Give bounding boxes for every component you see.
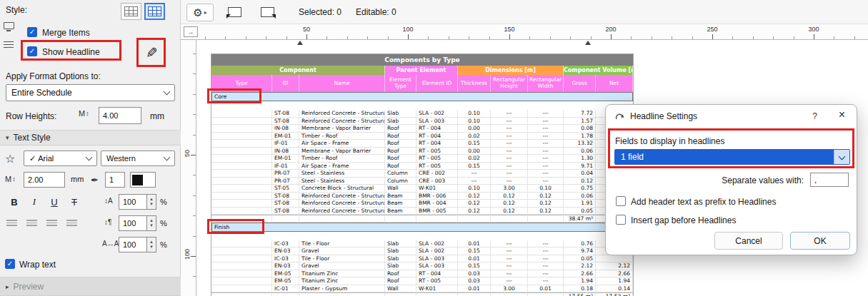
- schedule-cell[interactable]: Column: [385, 170, 416, 178]
- schedule-cell[interactable]: ---: [491, 163, 528, 170]
- schedule-cell[interactable]: CRE - 003: [416, 178, 458, 185]
- script-select[interactable]: Western: [101, 150, 175, 166]
- schedule-cell[interactable]: [211, 208, 272, 215]
- schedule-cell[interactable]: 9.71: [564, 163, 596, 170]
- schedule-cell[interactable]: Membrane - Vapor Barrier: [299, 125, 385, 133]
- schedule-cell[interactable]: 0.15: [458, 163, 491, 170]
- schedule-cell[interactable]: [211, 140, 272, 148]
- align-right-icon[interactable]: [46, 220, 57, 228]
- schedule-cell[interactable]: [211, 133, 272, 141]
- schedule-cell[interactable]: 0.10: [528, 185, 564, 193]
- ruler-vertical[interactable]: 50100: [181, 40, 196, 296]
- pen-color-swatch[interactable]: [130, 172, 156, 188]
- schedule-cell[interactable]: ---: [491, 277, 528, 285]
- schedule-cell[interactable]: Reinforced Concrete - Structural: [299, 208, 385, 215]
- schedule-cell[interactable]: ---: [491, 170, 528, 178]
- pen-number-input[interactable]: 1: [105, 172, 125, 188]
- schedule-cell[interactable]: IF-01: [272, 163, 299, 170]
- schedule-cell[interactable]: 0.04: [564, 170, 596, 178]
- headline-settings-button[interactable]: ✎: [141, 42, 162, 63]
- schedule-cell[interactable]: 0.12: [528, 208, 564, 215]
- schedule-cell[interactable]: 0.12: [491, 200, 528, 208]
- schedule-cell[interactable]: ---: [491, 125, 528, 133]
- schedule-cell[interactable]: BMR - 006: [416, 193, 458, 200]
- schedule-cell[interactable]: Titanium Zinc: [299, 277, 385, 285]
- schedule-cell[interactable]: Titanium Zinc: [299, 270, 385, 278]
- schedule-cell[interactable]: Reinforced Concrete - Structural: [299, 118, 385, 126]
- schedule-cell[interactable]: [211, 193, 272, 200]
- schedule-cell[interactable]: 0.10: [458, 185, 491, 193]
- schedule-cell[interactable]: Slab: [385, 110, 416, 118]
- schedule-cell[interactable]: Reinforced Concrete - Structural: [299, 200, 385, 208]
- schedule-cell[interactable]: [211, 163, 272, 170]
- schedule-cell[interactable]: 0.06: [564, 148, 596, 155]
- schedule-cell[interactable]: ---: [528, 140, 564, 148]
- schedule-cell[interactable]: 0.12: [458, 208, 491, 215]
- schedule-cell[interactable]: SLA - 003: [416, 118, 458, 126]
- schedule-cell[interactable]: Column: [385, 178, 416, 185]
- schedule-cell[interactable]: SLA - 003: [416, 262, 458, 270]
- schedule-cell[interactable]: 0.76: [564, 240, 596, 248]
- schedule-cell[interactable]: Timber - Roof: [299, 155, 385, 163]
- schedule-cell[interactable]: EN-03: [272, 262, 299, 270]
- schedule-cell[interactable]: 0.12: [528, 200, 564, 208]
- schedule-cell[interactable]: ---: [491, 110, 528, 118]
- schedule-cell[interactable]: 2.66: [596, 270, 633, 278]
- column-header[interactable]: Name: [299, 75, 385, 92]
- schedule-cell[interactable]: 0.01: [458, 285, 491, 293]
- fields-list-icon[interactable]: [2, 39, 15, 51]
- schedule-cell[interactable]: ---: [491, 133, 528, 141]
- schedule-cell[interactable]: ---: [528, 125, 564, 133]
- schedule-cell[interactable]: 0.00: [458, 125, 491, 133]
- schedule-cell[interactable]: IN-08: [272, 125, 299, 133]
- text-style-section-header[interactable]: ▾ Text Style: [0, 130, 181, 146]
- schedule-cell[interactable]: 0.06: [564, 193, 596, 200]
- schedule-cell[interactable]: [211, 240, 272, 248]
- paragraph-spacing-stepper[interactable]: ▲▼: [147, 215, 156, 231]
- separator-input[interactable]: ,: [810, 173, 849, 187]
- schedule-cell[interactable]: Gravel: [299, 247, 385, 255]
- schedule-cell[interactable]: Wall: [385, 285, 416, 293]
- schedule-cell[interactable]: Roof: [385, 133, 416, 141]
- schedule-cell[interactable]: ---: [458, 170, 491, 178]
- schedule-cell[interactable]: Reinforced Concrete - Structural: [299, 110, 385, 118]
- column-header[interactable]: ID: [272, 75, 299, 92]
- schedule-cell[interactable]: RT - 004: [416, 125, 458, 133]
- column-header[interactable]: Element ID: [416, 75, 458, 92]
- schedule-cell[interactable]: Slab: [385, 255, 416, 263]
- schedule-cell[interactable]: 0.15: [458, 262, 491, 270]
- column-header[interactable]: Thickness: [458, 75, 491, 92]
- schedule-cell[interactable]: Steel - Stainless: [299, 178, 385, 185]
- schedule-cell[interactable]: 3.00: [491, 185, 528, 193]
- schedule-cell[interactable]: ---: [491, 247, 528, 255]
- schedule-cell[interactable]: 13.32: [564, 140, 596, 148]
- scheme-settings-icon[interactable]: [2, 20, 15, 31]
- schedule-cell[interactable]: ---: [491, 140, 528, 148]
- schedule-cell[interactable]: [211, 262, 272, 270]
- schedule-cell[interactable]: Air Space - Frame: [299, 163, 385, 170]
- schedule-cell[interactable]: [211, 247, 272, 255]
- schedule-cell[interactable]: ---: [528, 178, 564, 185]
- underline-button[interactable]: U: [46, 194, 63, 210]
- schedule-cell[interactable]: ---: [528, 262, 564, 270]
- schedule-cell[interactable]: 1.30: [564, 155, 596, 163]
- schedule-cell[interactable]: ST-08: [272, 110, 299, 118]
- schedule-cell[interactable]: ---: [528, 170, 564, 178]
- schedule-cell[interactable]: CRE - 002: [416, 170, 458, 178]
- schedule-cell[interactable]: Reinforced Concrete - Structural: [299, 193, 385, 200]
- schedule-cell[interactable]: 0.05: [564, 255, 596, 263]
- schedule-cell[interactable]: Wall: [385, 185, 416, 193]
- schedule-cell[interactable]: ---: [491, 148, 528, 155]
- schedule-cell[interactable]: 0.02: [458, 155, 491, 163]
- schedule-cell[interactable]: Slab: [385, 240, 416, 248]
- schedule-cell[interactable]: W-K01: [416, 285, 458, 293]
- schedule-cell[interactable]: Beam: [385, 200, 416, 208]
- merge-items-checkbox[interactable]: ✓: [27, 27, 37, 37]
- schedule-cell[interactable]: Roof: [385, 155, 416, 163]
- schedule-cell[interactable]: [211, 200, 272, 208]
- style-option-2-button[interactable]: [144, 3, 165, 20]
- schedule-cell[interactable]: RT - 005: [416, 155, 458, 163]
- ok-button[interactable]: OK: [790, 232, 850, 250]
- schedule-cell[interactable]: Beam: [385, 193, 416, 200]
- line-spacing-input[interactable]: 100: [119, 194, 147, 210]
